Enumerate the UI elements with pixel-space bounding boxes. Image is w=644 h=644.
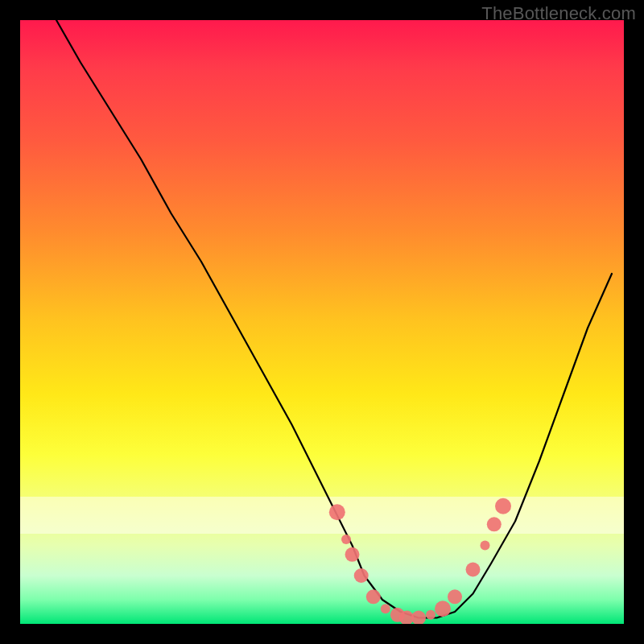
curve-bead — [487, 517, 502, 531]
curve-bead — [341, 535, 351, 544]
curve-bead — [435, 601, 451, 617]
curve-bead — [329, 504, 345, 520]
curve-bead — [495, 498, 511, 514]
curve-bead — [381, 604, 390, 613]
chart-container: TheBottleneck.com — [0, 0, 644, 644]
plot-area — [20, 20, 624, 624]
curve-bead — [448, 589, 462, 604]
curve-bead — [481, 541, 490, 551]
curve-bead — [411, 611, 426, 625]
curve-bead — [345, 547, 360, 562]
curve-svg — [20, 20, 624, 624]
curve-bead — [354, 568, 369, 583]
curve-bead — [426, 610, 436, 620]
curve-bead — [366, 589, 381, 604]
curve-bead — [466, 563, 481, 577]
source-watermark: TheBottleneck.com — [481, 3, 636, 24]
curve-beads — [329, 498, 511, 624]
bottleneck-curve — [56, 20, 612, 618]
